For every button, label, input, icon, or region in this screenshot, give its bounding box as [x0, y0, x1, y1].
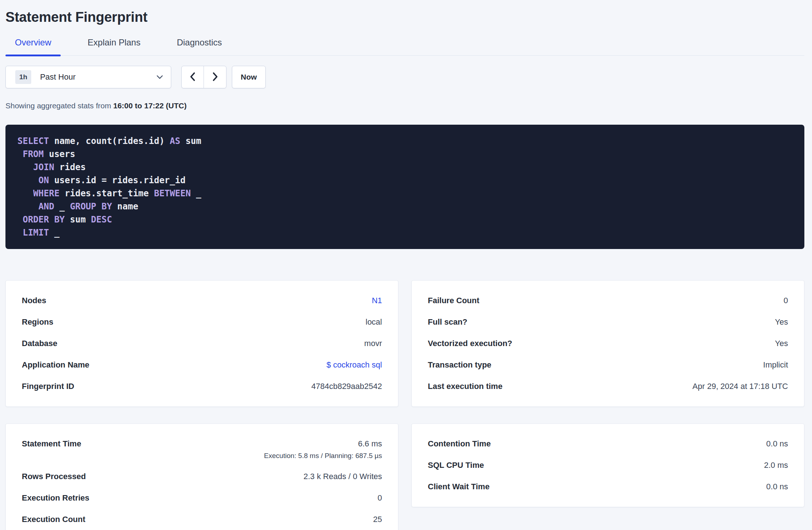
stats-line-range: 16:00 to 17:22 (UTC)	[113, 101, 187, 110]
tab-diagnostics[interactable]: Diagnostics	[167, 37, 231, 55]
database-row: Database movr	[22, 339, 382, 348]
contention-time-label: Contention Time	[428, 439, 491, 449]
application-name-row: Application Name $ cockroach sql	[22, 360, 382, 370]
tab-diagnostics-label: Diagnostics	[177, 37, 222, 47]
execution-count-row: Execution Count 25	[22, 515, 382, 524]
tab-overview-label: Overview	[15, 37, 51, 47]
sql-line: ON users.id = rides.rider_id	[17, 174, 793, 187]
sql-line: ORDER BY sum DESC	[17, 213, 793, 226]
sql-cpu-time-label: SQL CPU Time	[428, 461, 484, 470]
execution-count-label: Execution Count	[22, 515, 85, 524]
rows-processed-label: Rows Processed	[22, 472, 86, 481]
time-range-label: Past Hour	[40, 72, 76, 82]
last-execution-time-label: Last execution time	[428, 382, 502, 391]
statement-stats-card: Statement Time 6.6 ms Execution: 5.8 ms …	[5, 423, 398, 530]
sql-line: AND _ GROUP BY name	[17, 200, 793, 213]
now-button[interactable]: Now	[232, 66, 266, 88]
contention-time-value: 0.0 ns	[766, 439, 788, 449]
time-range-badge: 1h	[15, 70, 31, 84]
sql-line: LIMIT _	[17, 226, 793, 239]
chevron-left-icon	[189, 72, 197, 83]
full-scan-row: Full scan? Yes	[428, 317, 788, 327]
failure-count-row: Failure Count 0	[428, 296, 788, 305]
fingerprint-id-value: 4784cb829aab2542	[311, 382, 382, 391]
sql-line: FROM users	[17, 148, 793, 161]
vectorized-execution-label: Vectorized execution?	[428, 339, 512, 348]
stats-line-prefix: Showing aggregated stats from	[5, 101, 113, 110]
sql-cpu-time-row: SQL CPU Time 2.0 ms	[428, 461, 788, 470]
execution-count-value: 25	[373, 515, 382, 524]
execution-retries-label: Execution Retries	[22, 493, 89, 503]
vectorized-execution-value: Yes	[775, 339, 788, 348]
statement-time-row: Statement Time 6.6 ms Execution: 5.8 ms …	[22, 439, 382, 460]
client-wait-time-value: 0.0 ns	[766, 482, 788, 491]
fingerprint-id-row: Fingerprint ID 4784cb829aab2542	[22, 382, 382, 391]
nodes-row: Nodes N1	[22, 296, 382, 305]
nodes-label: Nodes	[22, 296, 46, 305]
database-value: movr	[364, 339, 382, 348]
statement-time-label: Statement Time	[22, 439, 81, 449]
vectorized-execution-row: Vectorized execution? Yes	[428, 339, 788, 348]
aggregated-stats-line: Showing aggregated stats from 16:00 to 1…	[5, 101, 804, 110]
overview-right-card: Failure Count 0 Full scan? Yes Vectorize…	[411, 280, 804, 407]
client-wait-time-label: Client Wait Time	[428, 482, 490, 491]
client-wait-time-row: Client Wait Time 0.0 ns	[428, 482, 788, 491]
rows-processed-value: 2.3 k Reads / 0 Writes	[304, 472, 382, 481]
rows-processed-row: Rows Processed 2.3 k Reads / 0 Writes	[22, 472, 382, 481]
sql-line: JOIN rides	[17, 161, 793, 174]
failure-count-value: 0	[784, 296, 788, 305]
regions-label: Regions	[22, 317, 53, 327]
chevron-down-icon	[157, 75, 163, 79]
sql-cpu-time-value: 2.0 ms	[764, 461, 788, 470]
transaction-type-value: Implicit	[763, 360, 788, 370]
application-name-link[interactable]: $ cockroach sql	[326, 360, 382, 370]
time-stats-card: Contention Time 0.0 ns SQL CPU Time 2.0 …	[411, 423, 804, 507]
sql-statement-box: SELECT name, count(rides.id) AS sum FROM…	[5, 125, 804, 249]
database-label: Database	[22, 339, 57, 348]
transaction-type-label: Transaction type	[428, 360, 491, 370]
full-scan-label: Full scan?	[428, 317, 467, 327]
statement-time-value: 6.6 ms	[358, 439, 382, 449]
time-pager	[181, 66, 226, 88]
tab-explain-plans-label: Explain Plans	[88, 37, 140, 47]
full-scan-value: Yes	[775, 317, 788, 327]
execution-retries-row: Execution Retries 0	[22, 493, 382, 503]
execution-retries-value: 0	[378, 493, 382, 503]
statement-fingerprint-page: Statement Fingerprint Overview Explain P…	[0, 9, 812, 530]
tab-explain-plans[interactable]: Explain Plans	[78, 37, 150, 55]
sql-line: WHERE rides.start_time BETWEEN _	[17, 187, 793, 200]
nodes-link[interactable]: N1	[372, 296, 382, 305]
regions-value: local	[366, 317, 382, 327]
chevron-right-icon	[211, 72, 219, 83]
time-controls: 1h Past Hour Now	[5, 66, 804, 88]
transaction-type-row: Transaction type Implicit	[428, 360, 788, 370]
sql-line: SELECT name, count(rides.id) AS sum	[17, 134, 793, 148]
tab-bar: Overview Explain Plans Diagnostics	[5, 37, 804, 56]
next-interval-button[interactable]	[204, 66, 226, 88]
statement-time-breakdown: Execution: 5.8 ms / Planning: 687.5 µs	[264, 452, 382, 460]
application-name-label: Application Name	[22, 360, 89, 370]
overview-left-card: Nodes N1 Regions local Database movr App…	[5, 280, 398, 407]
fingerprint-id-label: Fingerprint ID	[22, 382, 74, 391]
cards-grid: Nodes N1 Regions local Database movr App…	[5, 280, 804, 530]
last-execution-time-value: Apr 29, 2024 at 17:18 UTC	[692, 382, 788, 391]
statement-time-values: 6.6 ms Execution: 5.8 ms / Planning: 687…	[264, 439, 382, 460]
regions-row: Regions local	[22, 317, 382, 327]
page-title: Statement Fingerprint	[5, 9, 804, 25]
previous-interval-button[interactable]	[182, 66, 204, 88]
contention-time-row: Contention Time 0.0 ns	[428, 439, 788, 449]
failure-count-label: Failure Count	[428, 296, 479, 305]
time-range-select[interactable]: 1h Past Hour	[5, 66, 171, 88]
last-execution-time-row: Last execution time Apr 29, 2024 at 17:1…	[428, 382, 788, 391]
tab-overview[interactable]: Overview	[5, 37, 61, 55]
